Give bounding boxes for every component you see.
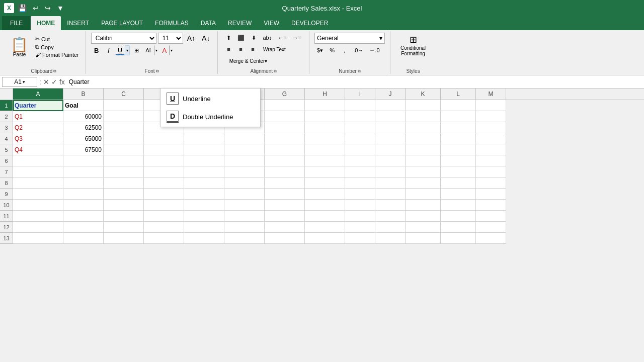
- col-header-B[interactable]: B: [63, 88, 104, 100]
- font-name-select[interactable]: Calibri: [91, 33, 156, 44]
- indent-increase-button[interactable]: →≡: [290, 33, 304, 43]
- formula-confirm-icon[interactable]: ✓: [51, 78, 57, 86]
- cell-G4[interactable]: [265, 133, 305, 144]
- cell-A8[interactable]: [13, 177, 63, 189]
- row-header-10[interactable]: 10: [0, 200, 13, 211]
- number-format-select[interactable]: General ▾: [314, 33, 385, 44]
- cell-K4[interactable]: [406, 133, 441, 144]
- cell-C4[interactable]: [104, 133, 144, 144]
- wrap-text-button[interactable]: Wrap Text: [259, 44, 289, 54]
- decrease-decimal-button[interactable]: ←.0: [367, 45, 382, 55]
- tab-review[interactable]: REVIEW: [222, 16, 258, 30]
- cell-G5[interactable]: [265, 144, 305, 155]
- row-header-7[interactable]: 7: [0, 166, 13, 177]
- cell-B1[interactable]: Goal: [63, 100, 104, 111]
- number-expand-icon[interactable]: ⧉: [358, 69, 361, 74]
- cell-K5[interactable]: [406, 144, 441, 155]
- indent-decrease-button[interactable]: ←≡: [275, 33, 289, 43]
- row-header-5[interactable]: 5: [0, 144, 13, 155]
- tab-page-layout[interactable]: PAGE LAYOUT: [95, 16, 149, 30]
- col-header-M[interactable]: M: [476, 88, 506, 100]
- cell-H5[interactable]: [305, 144, 345, 155]
- cell-K3[interactable]: [406, 122, 441, 133]
- cell-L1[interactable]: [441, 100, 476, 111]
- undo-button[interactable]: ↩: [31, 3, 41, 13]
- cell-H2[interactable]: [305, 111, 345, 122]
- cell-J4[interactable]: [375, 133, 406, 144]
- increase-font-button[interactable]: A↑: [185, 33, 198, 43]
- col-header-A[interactable]: A: [13, 88, 63, 100]
- cell-C3[interactable]: [104, 122, 144, 133]
- col-header-C[interactable]: C: [104, 88, 144, 100]
- cell-A3[interactable]: Q2: [13, 122, 63, 133]
- col-header-I[interactable]: I: [345, 88, 375, 100]
- row-header-8[interactable]: 8: [0, 177, 13, 189]
- cell-J2[interactable]: [375, 111, 406, 122]
- tab-insert[interactable]: INSERT: [61, 16, 95, 30]
- cell-C1[interactable]: [104, 100, 144, 111]
- increase-decimal-button[interactable]: .0→: [351, 45, 366, 55]
- col-header-H[interactable]: H: [305, 88, 345, 100]
- cell-M5[interactable]: [476, 144, 506, 155]
- tab-data[interactable]: DATA: [195, 16, 222, 30]
- align-center-button[interactable]: ≡: [235, 44, 246, 54]
- cell-B2[interactable]: 60000: [63, 111, 104, 122]
- alignment-expand-icon[interactable]: ⧉: [274, 69, 277, 74]
- cell-G2[interactable]: [265, 111, 305, 122]
- cell-F4[interactable]: [224, 133, 265, 144]
- col-header-G[interactable]: G: [265, 88, 305, 100]
- border-button[interactable]: ⊞: [131, 45, 142, 55]
- cell-L4[interactable]: [441, 133, 476, 144]
- tab-formulas[interactable]: FORMULAS: [149, 16, 195, 30]
- underline-dropdown-arrow[interactable]: ▾: [125, 45, 130, 55]
- cell-A10[interactable]: [13, 200, 63, 211]
- align-right-button[interactable]: ≡: [247, 44, 258, 54]
- align-top-button[interactable]: ⬆: [223, 33, 234, 43]
- row-header-3[interactable]: 3: [0, 122, 13, 133]
- tab-developer[interactable]: DEVELOPER: [285, 16, 334, 30]
- corner-cell[interactable]: [0, 88, 13, 100]
- underline-button[interactable]: U: [115, 45, 125, 55]
- row-header-2[interactable]: 2: [0, 111, 13, 122]
- cell-J1[interactable]: [375, 100, 406, 111]
- cell-J3[interactable]: [375, 122, 406, 133]
- cell-A13[interactable]: [13, 233, 63, 244]
- align-left-button[interactable]: ≡: [223, 44, 234, 54]
- underline-option[interactable]: U Underline: [160, 89, 260, 108]
- cell-M2[interactable]: [476, 111, 506, 122]
- paste-button[interactable]: 📋 Paste: [7, 35, 32, 60]
- cell-I1[interactable]: [345, 100, 375, 111]
- conditional-formatting-button[interactable]: ⊞ Conditional Formatting: [395, 33, 431, 58]
- tab-home[interactable]: HOME: [31, 16, 61, 30]
- cell-A4[interactable]: Q3: [13, 133, 63, 144]
- cell-A12[interactable]: [13, 222, 63, 233]
- cell-C2[interactable]: [104, 111, 144, 122]
- cell-I2[interactable]: [345, 111, 375, 122]
- formula-cancel-icon[interactable]: ✕: [43, 78, 49, 86]
- cell-L3[interactable]: [441, 122, 476, 133]
- cell-A2[interactable]: Q1: [13, 111, 63, 122]
- cell-reference-box[interactable]: A1 ▾: [2, 77, 37, 87]
- cell-F5[interactable]: [224, 144, 265, 155]
- cell-B3[interactable]: 62500: [63, 122, 104, 133]
- copy-button[interactable]: ⧉ Copy: [34, 43, 80, 51]
- col-header-L[interactable]: L: [441, 88, 476, 100]
- row-header-9[interactable]: 9: [0, 189, 13, 200]
- fill-color-arrow[interactable]: ▾: [154, 45, 159, 55]
- clipboard-expand-icon[interactable]: ⧉: [53, 69, 56, 74]
- cell-B5[interactable]: 67500: [63, 144, 104, 155]
- cell-G3[interactable]: [265, 122, 305, 133]
- cell-C5[interactable]: [104, 144, 144, 155]
- align-bottom-button[interactable]: ⬇: [248, 33, 259, 43]
- cell-A5[interactable]: Q4: [13, 144, 63, 155]
- cell-D4[interactable]: [144, 133, 184, 144]
- cell-B4[interactable]: 65000: [63, 133, 104, 144]
- cell-E5[interactable]: [184, 144, 224, 155]
- cell-A11[interactable]: [13, 211, 63, 222]
- tab-view[interactable]: VIEW: [258, 16, 285, 30]
- cell-G1[interactable]: [265, 100, 305, 111]
- format-painter-button[interactable]: 🖌 Format Painter: [34, 51, 80, 58]
- cell-H1[interactable]: [305, 100, 345, 111]
- cell-J5[interactable]: [375, 144, 406, 155]
- tab-file[interactable]: FILE: [2, 16, 31, 30]
